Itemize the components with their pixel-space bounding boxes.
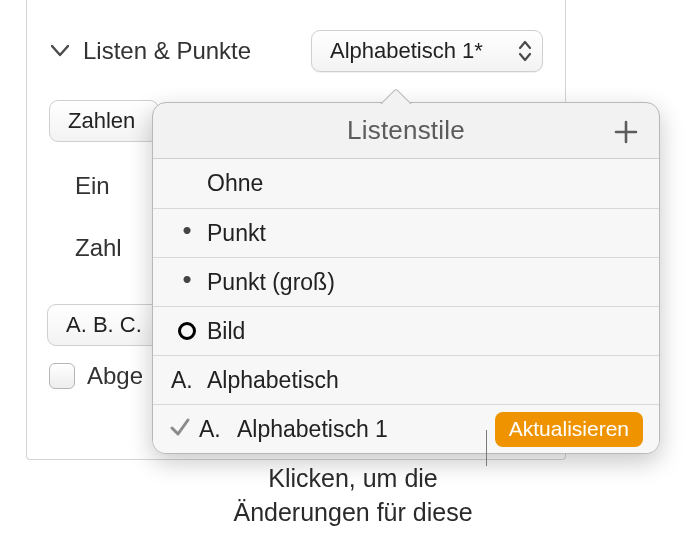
callout-line-1: Klicken, um die [198, 462, 508, 496]
style-item-none[interactable]: Ohne [153, 159, 659, 208]
style-marker: A. [199, 416, 233, 443]
style-marker: A. [171, 367, 201, 394]
numbers-select[interactable]: Zahlen [49, 100, 159, 142]
style-list: Ohne • Punkt • Punkt (groß) Bild A. Alph… [153, 159, 659, 453]
style-label: Ohne [207, 170, 263, 197]
abge-checkbox[interactable] [49, 363, 75, 389]
abc-select[interactable]: A. B. C. [47, 304, 161, 346]
popover-header: Listenstile [153, 103, 659, 159]
list-style-select-value: Alphabetisch 1* [330, 38, 483, 64]
callout-text: Klicken, um die Änderungen für diese [198, 462, 508, 530]
style-item-bullet-large[interactable]: • Punkt (groß) [153, 257, 659, 306]
style-label: Alphabetisch [207, 367, 339, 394]
style-item-alphabetisch[interactable]: A. Alphabetisch [153, 355, 659, 404]
popover-title: Listenstile [347, 115, 465, 146]
style-label: Alphabetisch 1 [237, 416, 388, 443]
check-icon [169, 414, 191, 445]
style-item-alphabetisch-1[interactable]: A. Alphabetisch 1 Aktualisieren [153, 404, 659, 453]
update-style-button[interactable]: Aktualisieren [495, 412, 643, 447]
numbers-select-value: Zahlen [68, 108, 135, 134]
chevron-down-icon[interactable] [49, 40, 71, 62]
callout-leader [486, 430, 487, 466]
list-style-select[interactable]: Alphabetisch 1* [311, 30, 543, 72]
add-style-button[interactable] [607, 113, 645, 151]
section-header-row: Listen & Punkte Alphabetisch 1* [49, 30, 565, 72]
circle-icon [175, 322, 199, 340]
abc-select-value: A. B. C. [66, 312, 142, 338]
list-styles-popover: Listenstile Ohne • Punkt • Punkt (groß) … [152, 102, 660, 454]
section-title: Listen & Punkte [83, 37, 251, 65]
style-label: Punkt (groß) [207, 269, 335, 296]
callout-line-2: Änderungen für diese [198, 496, 508, 530]
style-item-bullet[interactable]: • Punkt [153, 208, 659, 257]
updown-icon [518, 40, 532, 62]
popover-arrow [378, 86, 412, 104]
style-label: Punkt [207, 220, 266, 247]
style-item-image[interactable]: Bild [153, 306, 659, 355]
abge-label: Abge [87, 362, 143, 390]
style-label: Bild [207, 318, 245, 345]
